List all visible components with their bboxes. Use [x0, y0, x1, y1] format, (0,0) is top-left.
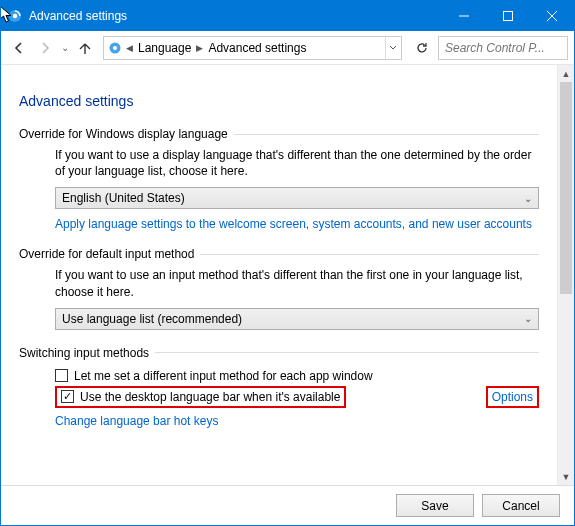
chevron-left-icon: ◀	[124, 43, 135, 53]
change-hotkeys-link[interactable]: Change language bar hot keys	[55, 414, 218, 428]
highlight-desktop-language-bar: Use the desktop language bar when it's a…	[55, 386, 346, 408]
breadcrumb-item[interactable]: Language	[135, 41, 194, 55]
section-description: If you want to use an input method that'…	[55, 267, 539, 299]
checkbox-label: Let me set a different input method for …	[74, 369, 373, 383]
section-header-display-language: Override for Windows display language	[19, 127, 539, 141]
svg-rect-3	[504, 12, 513, 21]
footer: Save Cancel	[1, 485, 574, 525]
highlight-options: Options	[486, 386, 539, 408]
select-value: Use language list (recommended)	[62, 312, 242, 326]
breadcrumb-item[interactable]: Advanced settings	[205, 41, 309, 55]
scroll-track[interactable]	[558, 82, 574, 468]
chevron-down-icon: ⌄	[524, 313, 532, 324]
select-value: English (United States)	[62, 191, 185, 205]
save-button[interactable]: Save	[396, 494, 474, 517]
svg-point-7	[113, 46, 117, 50]
app-icon	[7, 8, 23, 24]
per-app-input-checkbox[interactable]	[55, 369, 68, 382]
forward-button[interactable]	[33, 36, 57, 60]
options-link[interactable]: Options	[492, 390, 533, 404]
section-header-label: Override for default input method	[19, 247, 194, 261]
close-button[interactable]	[530, 1, 574, 31]
vertical-scrollbar[interactable]: ▲ ▼	[557, 65, 574, 485]
scroll-thumb[interactable]	[560, 82, 572, 294]
navigation-bar: ⌄ ◀ Language ▶ Advanced settings	[1, 31, 574, 65]
display-language-select[interactable]: English (United States) ⌄	[55, 187, 539, 209]
scroll-down-icon[interactable]: ▼	[558, 468, 574, 485]
checkbox-label: Use the desktop language bar when it's a…	[80, 390, 340, 404]
input-method-select[interactable]: Use language list (recommended) ⌄	[55, 308, 539, 330]
breadcrumb[interactable]: ◀ Language ▶ Advanced settings	[103, 36, 402, 60]
page-title: Advanced settings	[19, 75, 539, 119]
search-field[interactable]	[438, 36, 568, 60]
section-header-input-method: Override for default input method	[19, 247, 539, 261]
desktop-language-bar-checkbox[interactable]	[61, 390, 74, 403]
cancel-button[interactable]: Cancel	[482, 494, 560, 517]
section-header-label: Switching input methods	[19, 346, 149, 360]
minimize-button[interactable]	[442, 1, 486, 31]
scroll-up-icon[interactable]: ▲	[558, 65, 574, 82]
chevron-down-icon[interactable]	[385, 37, 399, 59]
section-description: If you want to use a display language th…	[55, 147, 539, 179]
chevron-right-icon: ▶	[194, 43, 205, 53]
window-title: Advanced settings	[29, 9, 127, 23]
up-button[interactable]	[73, 36, 97, 60]
chevron-down-icon: ⌄	[524, 193, 532, 204]
section-header-label: Override for Windows display language	[19, 127, 228, 141]
apply-to-welcome-link[interactable]: Apply language settings to the welcome s…	[55, 217, 532, 231]
content-area: Advanced settings Override for Windows d…	[1, 65, 557, 485]
section-header-switching: Switching input methods	[19, 346, 539, 360]
history-dropdown-icon[interactable]: ⌄	[59, 42, 71, 53]
back-button[interactable]	[7, 36, 31, 60]
breadcrumb-icon	[106, 40, 124, 56]
titlebar: Advanced settings	[1, 1, 574, 31]
svg-point-1	[13, 14, 17, 18]
maximize-button[interactable]	[486, 1, 530, 31]
refresh-button[interactable]	[410, 36, 434, 60]
window: Advanced settings ⌄ ◀ Language ▶ Advance…	[0, 0, 575, 526]
search-input[interactable]	[443, 40, 563, 56]
